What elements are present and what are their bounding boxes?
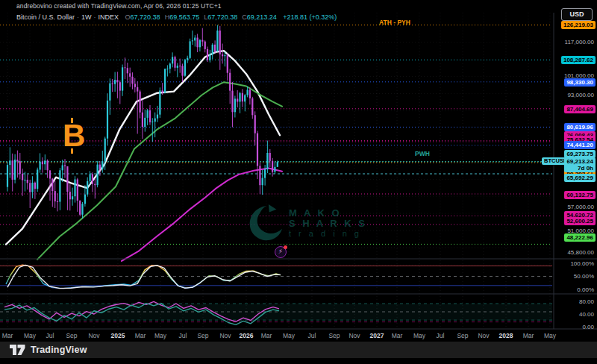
time-tick: Mar bbox=[254, 332, 279, 339]
indicator-tick: 50.00% bbox=[574, 272, 594, 280]
time-tick: Sep bbox=[59, 332, 84, 339]
time-tick-year: 2028 bbox=[493, 332, 519, 339]
shark-logo-icon bbox=[247, 204, 284, 242]
current-price-label: 69,213.247d 0h bbox=[564, 157, 596, 172]
price-axis[interactable]: 117,000.00101,000.0093,000.0057,000.0051… bbox=[554, 0, 597, 330]
time-tick: May bbox=[276, 332, 301, 339]
mako-sharks-watermark: M A K O S H A R K S t r a d i n g bbox=[247, 204, 367, 242]
line-label-ath-pyh: ATH - PYH bbox=[379, 19, 410, 26]
indicator-tick: 0.00 bbox=[582, 323, 594, 331]
price-label: 65,692.29 bbox=[564, 174, 596, 182]
time-tick: May bbox=[148, 332, 173, 339]
price-tick: 117,000.00 bbox=[565, 38, 594, 46]
price-label: 108,287.62 bbox=[561, 56, 596, 64]
indicator-tick: 40.00 bbox=[579, 310, 594, 318]
time-tick: Nov bbox=[342, 332, 367, 339]
price-tick: 57,000.00 bbox=[567, 203, 594, 211]
tradingview-chart-window: andrebovino created with TradingView.com… bbox=[0, 0, 597, 364]
time-axis[interactable]: MarMayJulSepNov2025MarMayJulSepNov2026Ma… bbox=[0, 330, 554, 342]
zap-emoji-sticker[interactable]: ⚡ bbox=[275, 246, 287, 258]
price-tick: 45,800.00 bbox=[567, 248, 594, 257]
tradingview-logo-text[interactable]: TradingView bbox=[31, 345, 87, 355]
time-tick-year: 2025 bbox=[105, 332, 131, 339]
line-label-pwh: PWH bbox=[415, 151, 430, 157]
currency-toggle-button[interactable]: USD bbox=[561, 8, 593, 21]
time-tick: Nov bbox=[81, 332, 107, 339]
price-label: 80,619.96 bbox=[564, 123, 596, 131]
indicator-tick: 80.00 bbox=[579, 298, 594, 306]
price-label: 48,222.96 bbox=[564, 233, 596, 242]
price-label: 52,600.25 bbox=[564, 217, 596, 225]
price-label: 98,330.30 bbox=[564, 78, 596, 87]
tradingview-footer-bar: TradingView bbox=[0, 342, 597, 358]
time-tick: Jul bbox=[428, 332, 453, 339]
time-tick: Sep bbox=[190, 332, 216, 339]
indicator-tick: 100.00% bbox=[570, 260, 594, 268]
bottom-strip bbox=[0, 358, 597, 364]
price-label: 74,441.20 bbox=[564, 141, 596, 149]
chart-canvas[interactable] bbox=[0, 0, 597, 330]
indicator-tick: 0.00% bbox=[577, 286, 594, 294]
bitcoin-icon: B bbox=[63, 119, 85, 152]
time-tick: Mar bbox=[384, 332, 410, 339]
price-label: 126,219.03 bbox=[561, 21, 596, 29]
time-tick: May bbox=[537, 332, 563, 339]
price-label: 60,132.75 bbox=[564, 191, 596, 199]
time-tick: Jul bbox=[299, 332, 325, 339]
tradingview-logo-icon[interactable] bbox=[10, 345, 25, 356]
time-tick: Nov bbox=[471, 332, 496, 339]
price-tick: 93,000.00 bbox=[567, 91, 594, 99]
notification-dot bbox=[284, 245, 287, 249]
price-label: 87,404.69 bbox=[564, 105, 596, 113]
